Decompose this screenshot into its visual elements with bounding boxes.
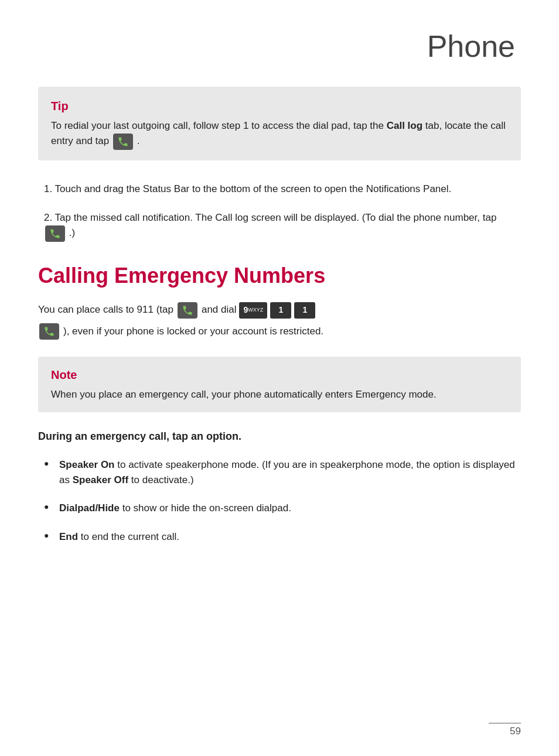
page-container: Phone Tip To redial your last outgoing c… [0, 0, 559, 593]
calling-emergency-heading: Calling Emergency Numbers [38, 263, 521, 288]
step-2-text: Tap the missed call notification. The Ca… [55, 212, 497, 223]
tip-text-before: To redial your last outgoing call, follo… [51, 120, 387, 131]
bullet-end: End to end the current call. [44, 529, 521, 545]
bullet-end-bold: End [59, 531, 78, 542]
step-1: 1. Touch and drag the Status Bar to the … [38, 182, 521, 197]
page-title: Phone [38, 23, 521, 69]
step-2-suffix: .) [69, 228, 75, 239]
tip-period: . [137, 136, 140, 147]
emergency-text-row2: ), even if your phone is locked or your … [38, 323, 521, 341]
phone-icon-emergency [178, 302, 197, 319]
key-1a-badge: 1 [270, 302, 291, 319]
phone-svg-tip [117, 136, 129, 148]
page-number: 59 [510, 724, 521, 739]
bullet-dialpad-text: to show or hide the on-screen dialpad. [122, 502, 291, 514]
phone-icon-emergency2 [39, 323, 59, 340]
emergency-text-before: You can place calls to 911 (tap [38, 301, 173, 319]
emergency-text-row1: You can place calls to 911 (tap and dial… [38, 301, 521, 319]
emergency-text-after: ), even if your phone is locked or your … [63, 323, 323, 341]
key-9-badge: 9WXYZ [239, 302, 267, 319]
bullet-speaker-text2: to deactivate.) [131, 474, 194, 485]
steps-list: 1. Touch and drag the Status Bar to the … [38, 182, 521, 242]
key-9-sub: WXYZ [248, 305, 263, 314]
bullet-end-text: to end the current call. [81, 531, 179, 542]
note-box: Note When you place an emergency call, y… [38, 357, 521, 412]
key-1b-badge: 1 [294, 302, 315, 319]
tip-body: To redial your last outgoing call, follo… [51, 118, 508, 150]
tip-label: Tip [51, 97, 508, 115]
tip-box: Tip To redial your last outgoing call, f… [38, 87, 521, 160]
step-2-num: 2. [44, 212, 55, 223]
bullet-dialpad-bold: Dialpad/Hide [59, 502, 120, 514]
bullet-dialpad: Dialpad/Hide to show or hide the on-scre… [44, 501, 521, 516]
phone-icon-tip [113, 134, 133, 150]
phone-svg-step2 [49, 228, 61, 240]
during-heading: During an emergency call, tap an option. [38, 429, 521, 444]
bullet-speaker-bold: Speaker On [59, 459, 115, 470]
emergency-and-dial: and dial [202, 301, 237, 319]
tip-phone-icon [112, 136, 137, 147]
during-bullets: Speaker On to activate speakerphone mode… [38, 457, 521, 545]
note-body: When you place an emergency call, your p… [51, 387, 508, 402]
phone-icon-step2 [45, 225, 65, 242]
step-1-text: Touch and drag the Status Bar to the bot… [55, 183, 452, 194]
bullet-speaker: Speaker On to activate speakerphone mode… [44, 457, 521, 488]
note-label: Note [51, 366, 508, 384]
phone-svg-emergency2 [43, 326, 55, 337]
step-2: 2. Tap the missed call notification. The… [38, 210, 521, 242]
step-1-num: 1. [44, 183, 55, 194]
phone-svg-emergency [182, 305, 193, 316]
tip-bold-word: Call log [387, 120, 422, 131]
bullet-speaker-off-bold: Speaker Off [73, 474, 128, 485]
